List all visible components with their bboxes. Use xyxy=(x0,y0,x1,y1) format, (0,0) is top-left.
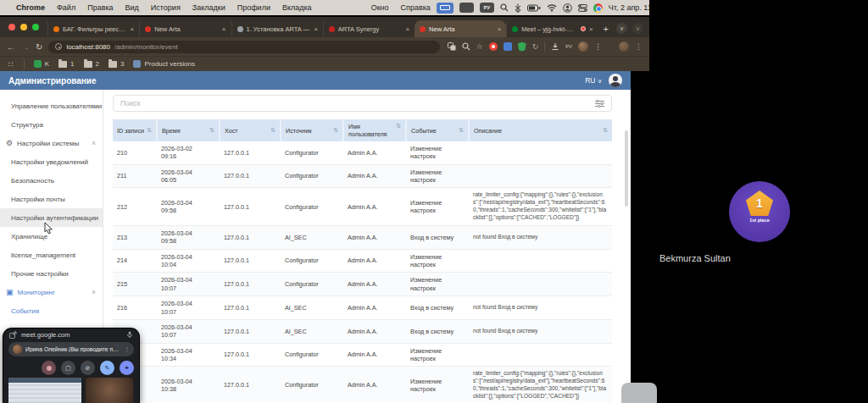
meet-pip-window[interactable]: meet.google.com Ирина Олейник (Вы провод… xyxy=(3,328,139,403)
bookmark-item[interactable]: K xyxy=(34,60,49,68)
sync-extension-icon[interactable]: ↻ xyxy=(532,42,539,51)
table-row[interactable]: 2132026-03-0409:58127.0.0.1AI_SECAdmin A… xyxy=(113,226,612,250)
bookmark-star-icon[interactable]: ☆ xyxy=(476,42,483,51)
chrome-menu-icon[interactable]: ⋮ xyxy=(594,42,602,51)
display-icon[interactable] xyxy=(459,3,474,13)
tab-close-icon[interactable]: × xyxy=(314,25,318,33)
sidebar-item[interactable]: Управление пользователями xyxy=(0,97,103,115)
bookmark-item[interactable]: 1 xyxy=(58,60,74,68)
translate-icon[interactable] xyxy=(448,42,456,51)
table-row[interactable]: 2192026-03-0410:38127.0.0.1ConfiguratorA… xyxy=(113,367,612,403)
bookmark-item[interactable]: 2 xyxy=(84,60,99,68)
close-window-button[interactable] xyxy=(8,24,15,30)
meet-caption-banner[interactable]: Ирина Олейник (Вы проводите п… ⋮ xyxy=(8,342,134,356)
sidebar-item[interactable]: Безопасность xyxy=(0,171,103,190)
participant-thumbnail[interactable] xyxy=(86,378,133,403)
table-row[interactable]: 2182026-03-0410:34127.0.0.1ConfiguratorA… xyxy=(113,343,612,367)
address-bar[interactable]: localhost:8080 /admin/monitor/event xyxy=(48,41,439,53)
sort-icon[interactable]: ⇅ xyxy=(333,127,338,134)
sort-icon[interactable]: ⇅ xyxy=(209,127,214,134)
browser-tab[interactable]: 1. Установка ARTA —× xyxy=(231,20,323,37)
recorder-extension-icon[interactable] xyxy=(489,42,498,51)
secondary-profile-avatar[interactable] xyxy=(619,41,629,52)
sidebar-item[interactable]: ⚙Настройки системы∧ xyxy=(0,134,103,152)
sidebar-item[interactable]: license_management xyxy=(0,246,103,264)
column-header[interactable]: ⇅Время xyxy=(157,119,220,141)
menubar-item[interactable]: Правка xyxy=(81,3,119,12)
battery-icon[interactable] xyxy=(527,4,541,12)
sidebar-item[interactable]: Настройки уведомлений xyxy=(0,152,103,171)
menubar-item[interactable]: История xyxy=(145,3,186,12)
column-header[interactable]: ⇅ID записи xyxy=(113,119,157,141)
column-header[interactable]: ⇅Имя пользователя xyxy=(343,119,406,141)
table-row[interactable]: 2152026-03-0410:07127.0.0.1ConfiguratorA… xyxy=(113,273,612,296)
sidebar-item[interactable]: ▣Мониторинг∧ xyxy=(0,283,103,301)
new-tab-button[interactable]: + xyxy=(604,24,609,34)
table-row[interactable]: 2102026-03-0209:16127.0.0.1ConfiguratorA… xyxy=(113,141,612,164)
reload-button[interactable]: ↻ xyxy=(36,42,42,52)
browser-tab[interactable]: New Arta× xyxy=(139,20,231,37)
back-button[interactable]: ← xyxy=(7,42,15,52)
add-button[interactable]: + xyxy=(120,361,134,375)
sidebar-item[interactable]: Настройки почты xyxy=(0,190,103,208)
bookmark-item[interactable]: 3 xyxy=(108,60,124,68)
find-icon[interactable] xyxy=(462,42,470,51)
language-badge[interactable]: РУ xyxy=(480,3,494,13)
table-row[interactable]: 2112026-03-0406:05127.0.0.1ConfiguratorA… xyxy=(113,164,612,188)
annotate-button[interactable]: ✎ xyxy=(100,361,114,375)
bookmark-item[interactable]: Product versions xyxy=(133,60,195,68)
menubar-item[interactable]: Файл xyxy=(51,3,81,12)
menubar-item[interactable]: Окно xyxy=(365,3,395,12)
tab-close-icon[interactable]: × xyxy=(131,25,135,33)
search-icon[interactable] xyxy=(500,3,509,12)
browser-tab[interactable]: New Arta× xyxy=(415,20,506,37)
filter-icon[interactable] xyxy=(595,100,604,108)
minimize-window-button[interactable] xyxy=(20,24,27,30)
record-button[interactable] xyxy=(42,361,56,375)
site-info-icon[interactable] xyxy=(55,43,62,50)
profile-avatar[interactable] xyxy=(578,41,588,52)
browser-tab[interactable]: ARTA Synergy× xyxy=(323,20,415,37)
mic-icon[interactable] xyxy=(126,331,133,339)
tab-close-icon[interactable]: × xyxy=(222,25,226,33)
menubar-item[interactable]: Закладки xyxy=(186,3,231,12)
menubar-item[interactable]: Справка xyxy=(395,3,437,12)
menubar-item[interactable]: Вкладка xyxy=(276,3,318,12)
sort-icon[interactable]: ⇅ xyxy=(396,123,401,130)
menubar-item[interactable]: Профили xyxy=(231,3,276,12)
sidebar-item[interactable]: Структура xyxy=(0,115,103,134)
tab-close-icon[interactable]: × xyxy=(498,25,502,33)
extension-icon[interactable] xyxy=(504,42,512,51)
tab-overflow-chevron-icon[interactable]: ∨ xyxy=(632,23,643,34)
downloads-icon[interactable] xyxy=(551,42,559,51)
sort-icon[interactable]: ⇅ xyxy=(270,127,275,134)
more-icon[interactable]: ⋮ xyxy=(124,346,130,353)
sort-icon[interactable]: ⇅ xyxy=(603,127,608,134)
sort-icon[interactable]: ⇅ xyxy=(147,127,152,134)
browser-tab[interactable]: Meet – yjg-hvkt-…× xyxy=(506,20,598,37)
column-header[interactable]: ⇅Хост xyxy=(220,119,281,141)
column-header[interactable]: ⇅Источник xyxy=(281,119,343,141)
user-avatar[interactable] xyxy=(609,74,622,87)
forward-button[interactable]: → xyxy=(21,42,30,52)
wifi-icon[interactable] xyxy=(547,4,557,12)
ru-extension-icon[interactable]: РУ xyxy=(565,44,572,49)
language-selector[interactable]: RU ∨ xyxy=(585,76,602,85)
window-controls[interactable] xyxy=(8,24,39,30)
tab-search-chevron-icon[interactable]: ∨ xyxy=(616,23,627,34)
zoom-window-button[interactable] xyxy=(32,24,39,30)
menubar-item[interactable]: Chrome xyxy=(10,3,51,12)
control-center-icon[interactable] xyxy=(578,4,587,12)
column-header[interactable]: ⇅Описание xyxy=(469,119,612,141)
present-off-button[interactable]: ⊘ xyxy=(81,361,95,375)
tab-close-icon[interactable]: × xyxy=(589,25,593,33)
chrome-menubar-icon[interactable] xyxy=(593,3,603,13)
column-header[interactable]: ⇅Событие xyxy=(406,119,469,141)
sidebar-item[interactable]: События xyxy=(0,301,103,320)
camera-button[interactable]: ▢ xyxy=(61,361,75,375)
sort-icon[interactable]: ⇅ xyxy=(459,127,464,134)
table-row[interactable]: 2142026-03-0410:04127.0.0.1ConfiguratorA… xyxy=(113,249,612,273)
shield-extension-icon[interactable] xyxy=(518,42,526,52)
page-scrollbar[interactable] xyxy=(625,130,628,207)
secondary-menu-icon[interactable]: ⋮ xyxy=(635,42,643,51)
